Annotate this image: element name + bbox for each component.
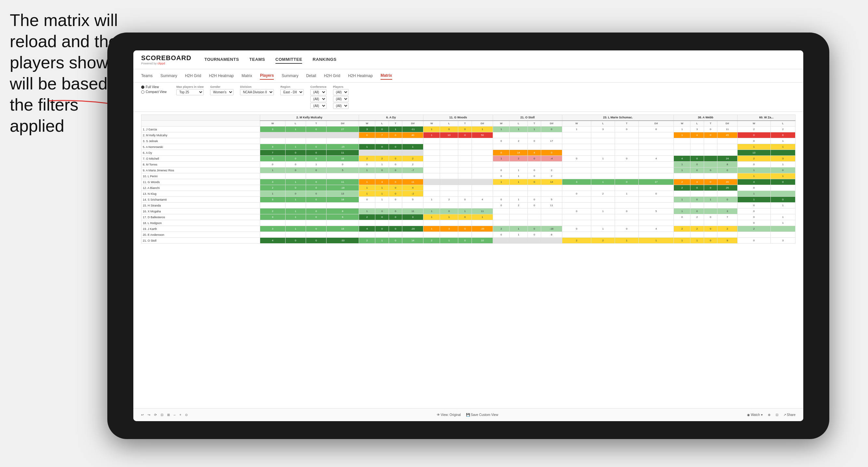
matrix-cell: 0: [615, 179, 639, 185]
matrix-cell: [402, 150, 424, 156]
filter-division-select[interactable]: NCAA Division II: [240, 89, 274, 95]
filter-players-select1[interactable]: (All): [333, 89, 349, 95]
matrix-cell: 0: [527, 197, 541, 203]
matrix-cell: 24: [717, 156, 738, 162]
filter-region-select[interactable]: East - DII: [280, 89, 304, 95]
matrix-cell: 0: [493, 150, 509, 156]
matrix-cell: [591, 197, 615, 203]
matrix-cell: [615, 185, 639, 191]
matrix-cell: 3: [562, 179, 591, 185]
matrix-cell: 0: [704, 132, 717, 138]
matrix-cell: 0: [615, 209, 639, 214]
col-group-7: 60. W Za...: [737, 115, 795, 121]
matrix-cell: 1: [509, 179, 528, 185]
player-name-cell: 17. D Ballesteros: [142, 214, 260, 220]
matrix-cell: -15: [327, 144, 359, 150]
matrix-cell: [690, 191, 704, 197]
subnav-players[interactable]: Players: [260, 72, 274, 80]
matrix-cell: [562, 185, 591, 191]
watch-button[interactable]: ◉ Watch ▾: [747, 413, 763, 416]
col-sub-4-l: L: [509, 121, 528, 126]
matrix-cell: [527, 220, 541, 226]
matrix-cell: [717, 173, 738, 179]
save-custom-view-button[interactable]: 💾 Save Custom View: [466, 413, 498, 416]
col-sub-4-t: T: [527, 121, 541, 126]
matrix-cell: [674, 173, 690, 179]
add-button[interactable]: ⊕: [768, 413, 770, 416]
undo-button[interactable]: ↩: [141, 413, 144, 416]
player-name-cell: 11. G Woods: [142, 179, 260, 185]
matrix-cell: [541, 209, 562, 214]
table-row: 17. D Ballesteros310620031101020701: [142, 214, 796, 220]
subnav-matrix2[interactable]: Matrix: [380, 72, 392, 80]
matrix-cell: [562, 203, 591, 209]
matrix-cell: [472, 185, 493, 191]
matrix-cell: 0: [493, 167, 509, 173]
subnav-h2h-grid2[interactable]: H2H Grid: [324, 72, 340, 80]
matrix-cell: [375, 138, 389, 144]
nav-rankings[interactable]: RANKINGS: [313, 56, 336, 64]
view-original-button[interactable]: 👁 View: Original: [437, 413, 461, 416]
expand-button[interactable]: ⊞: [167, 413, 170, 416]
redo-button[interactable]: ↪: [148, 413, 150, 416]
subnav-teams[interactable]: Teams: [141, 72, 153, 80]
grid-button[interactable]: ⊡: [161, 413, 163, 416]
matrix-cell: 1: [509, 232, 528, 238]
compact-view-radio[interactable]: Compact View: [141, 90, 166, 94]
filter-players-label: Players: [333, 85, 349, 89]
matrix-cell: [472, 138, 493, 144]
matrix-cell: [458, 144, 472, 150]
matrix-cell: [424, 156, 440, 162]
filter-division: Division NCAA Division II: [240, 85, 274, 95]
matrix-cell: 1: [770, 220, 795, 226]
filter-gender-select[interactable]: Women's: [210, 89, 234, 95]
subnav-h2h-heatmap2[interactable]: H2H Heatmap: [348, 72, 373, 80]
full-view-radio[interactable]: Full View: [141, 85, 166, 89]
matrix-cell: 10: [440, 132, 458, 138]
nav-teams[interactable]: TEAMS: [249, 56, 265, 64]
filter-max-players-select[interactable]: Top 25: [176, 89, 204, 95]
subnav-summary1[interactable]: Summary: [160, 72, 177, 80]
matrix-cell: [674, 150, 690, 156]
subnav-summary2[interactable]: Summary: [282, 72, 298, 80]
matrix-cell: 7: [260, 150, 285, 156]
filter-conference-select1[interactable]: (All): [310, 89, 327, 95]
col-sub-1-w: W: [260, 121, 285, 126]
matrix-cell: 0: [690, 156, 704, 162]
matrix-cell: 1: [704, 197, 717, 203]
filter-conference-select2[interactable]: (All): [310, 96, 327, 102]
matrix-cell: 1: [424, 226, 440, 232]
nav-tournaments[interactable]: TOURNAMENTS: [204, 56, 239, 64]
matrix-cell: 1: [359, 167, 375, 173]
matrix-cell: [389, 150, 402, 156]
col-group-1: 2. M Kelly Mulcahy: [260, 115, 359, 121]
matrix-cell: [615, 203, 639, 209]
filter-conference-select3[interactable]: (All): [310, 103, 327, 109]
matrix-cell: [260, 173, 285, 179]
matrix-cell: [440, 203, 458, 209]
subnav-h2h-heatmap1[interactable]: H2H Heatmap: [209, 72, 234, 80]
nav-committee[interactable]: COMMITTEE: [275, 56, 303, 64]
player-name-cell: 16. X Mcgaha: [142, 209, 260, 214]
layout-button[interactable]: ⊡: [776, 413, 778, 416]
table-row: 9. A Maria Jimenez Rios1005100-701021000…: [142, 167, 796, 173]
zoom-in-button[interactable]: +: [180, 413, 182, 416]
zoom-out-button[interactable]: –: [174, 413, 176, 416]
settings-button[interactable]: ⊙: [185, 413, 188, 416]
share-button[interactable]: ↗ Share: [783, 413, 796, 416]
subnav-h2h-grid1[interactable]: H2H Grid: [185, 72, 201, 80]
matrix-cell: 0: [260, 162, 285, 167]
filter-players-select3[interactable]: (All): [333, 103, 349, 109]
matrix-cell: 0: [389, 167, 402, 173]
matrix-cell: 2: [737, 156, 770, 162]
matrix-cell: 0: [674, 214, 690, 220]
matrix-cell: [704, 150, 717, 156]
filter-players-select2[interactable]: (All): [333, 96, 349, 102]
matrix-cell: 0: [704, 226, 717, 232]
refresh-button[interactable]: ⟳: [154, 413, 157, 416]
subnav-matrix1[interactable]: Matrix: [242, 72, 252, 80]
matrix-cell: 0: [389, 214, 402, 220]
matrix-cell: 4: [472, 197, 493, 203]
matrix-cell: 0: [375, 126, 389, 132]
subnav-detail[interactable]: Detail: [306, 72, 316, 80]
